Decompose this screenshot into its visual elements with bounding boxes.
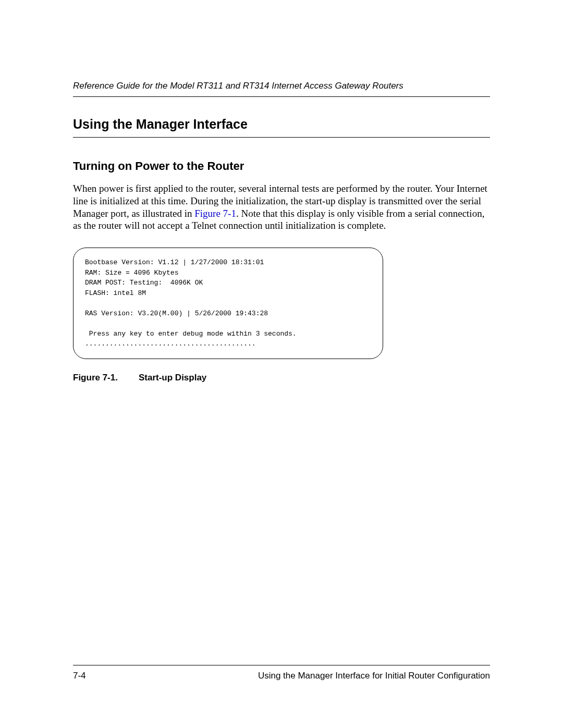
startup-display-code-box: Bootbase Version: V1.12 | 1/27/2000 18:3… xyxy=(73,248,383,359)
page-number: 7-4 xyxy=(73,671,86,681)
page-footer: 7-4 Using the Manager Interface for Init… xyxy=(73,665,490,681)
footer-chapter-title: Using the Manager Interface for Initial … xyxy=(258,671,490,681)
subsection-heading: Turning on Power to the Router xyxy=(73,159,490,173)
document-header-title: Reference Guide for the Model RT311 and … xyxy=(73,81,490,97)
figure-caption-text: Start-up Display xyxy=(139,373,206,382)
figure-label: Figure 7-1. xyxy=(73,373,118,383)
body-paragraph: When power is first applied to the route… xyxy=(73,182,490,232)
section-heading: Using the Manager Interface xyxy=(73,117,490,138)
figure-reference-link[interactable]: Figure 7-1 xyxy=(194,208,236,219)
figure-caption: Figure 7-1.Start-up Display xyxy=(73,373,490,383)
